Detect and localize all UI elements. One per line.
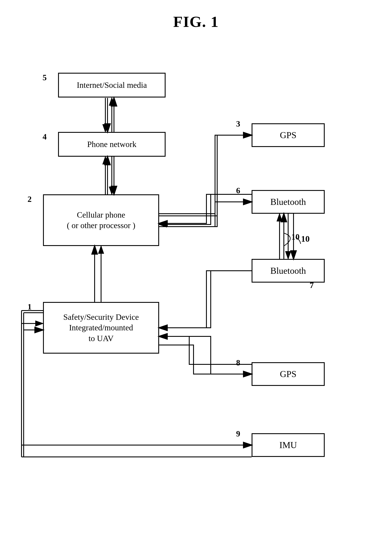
bluetooth-top-box: Bluetooth bbox=[252, 190, 325, 214]
gps-top-box: GPS bbox=[252, 123, 325, 147]
label-1: 1 bbox=[28, 302, 32, 311]
diagram: Internet/Social media 5 Phone network 4 … bbox=[0, 39, 392, 560]
bluetooth-bottom-box: Bluetooth bbox=[252, 259, 325, 283]
safety-device-box: Safety/Security Device Integrated/mounte… bbox=[43, 302, 159, 354]
arrows-svg: 10 bbox=[0, 39, 392, 560]
label-9: 9 bbox=[236, 429, 240, 438]
imu-box: IMU bbox=[252, 433, 325, 457]
phone-network-box: Phone network bbox=[58, 132, 166, 157]
cellular-label: Cellular phone ( or other processor ) bbox=[67, 210, 135, 231]
gps-bottom-box: GPS bbox=[252, 362, 325, 386]
svg-text:10: 10 bbox=[301, 234, 310, 244]
imu-label: IMU bbox=[279, 439, 297, 451]
cellular-box: Cellular phone ( or other processor ) bbox=[43, 194, 159, 246]
label-4: 4 bbox=[43, 132, 47, 141]
clean-arrows: 10 bbox=[0, 39, 392, 560]
label-6: 6 bbox=[236, 186, 240, 195]
internet-label: Internet/Social media bbox=[77, 80, 147, 90]
bluetooth-top-label: Bluetooth bbox=[270, 196, 306, 208]
gps-bottom-label: GPS bbox=[280, 368, 296, 380]
internet-box: Internet/Social media bbox=[58, 73, 166, 98]
bluetooth-bottom-label: Bluetooth bbox=[270, 265, 306, 277]
label-2: 2 bbox=[28, 194, 32, 204]
phone-network-label: Phone network bbox=[87, 139, 136, 150]
label-5: 5 bbox=[43, 73, 47, 82]
label-7: 7 bbox=[310, 280, 314, 290]
svg-text:10: 10 bbox=[291, 232, 299, 241]
safety-device-label: Safety/Security Device Integrated/mounte… bbox=[63, 312, 139, 344]
label-8: 8 bbox=[236, 358, 240, 367]
label-3: 3 bbox=[236, 119, 240, 129]
page-title: FIG. 1 bbox=[0, 0, 392, 39]
gps-top-label: GPS bbox=[280, 129, 296, 141]
